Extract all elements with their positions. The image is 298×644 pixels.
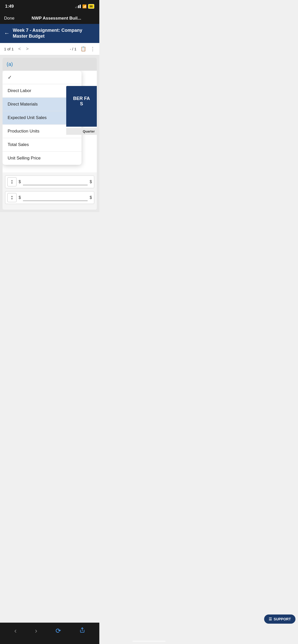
right-panel-header: BER FA S xyxy=(66,86,97,116)
section-label: (a) xyxy=(3,58,97,71)
dropdown-item-total-sales[interactable]: Total Sales xyxy=(3,138,82,152)
dropdown-item-unit-selling-price[interactable]: Unit Selling Price xyxy=(3,152,82,165)
right-panel-subtext: S xyxy=(73,101,90,107)
prev-page-button[interactable]: < xyxy=(17,45,23,53)
list-icon: 📋 xyxy=(80,46,86,52)
spinner-btn-1[interactable]: ▲ ▼ xyxy=(7,177,17,186)
page-indicator: 1 of 1 xyxy=(4,47,14,51)
status-time: 1:49 xyxy=(5,4,14,9)
signal-bar-4 xyxy=(80,5,81,8)
next-page-button[interactable]: > xyxy=(24,45,30,53)
input-field-2[interactable] xyxy=(23,194,88,201)
dollar-end-1: $ xyxy=(90,180,92,184)
doc-scroll-area: BER FA S Quarter ✓ Direct Labor xyxy=(3,71,97,210)
more-options-icon[interactable]: ⋮ xyxy=(90,46,95,52)
document-card: (a) BER FA S Quarter ✓ xyxy=(3,58,97,210)
signal-bar-2 xyxy=(77,6,78,8)
assignment-header: ← Week 7 - Assignment: Company Master Bu… xyxy=(0,24,99,43)
dollar-sign-1: $ xyxy=(19,180,21,184)
checkmark-icon: ✓ xyxy=(8,74,12,80)
status-icons: 📶 98 xyxy=(75,4,94,9)
page-count: - / 1 xyxy=(70,47,76,51)
dropdown-check-row: ✓ xyxy=(3,71,82,84)
doc-controls: 1 of 1 < > - / 1 📋 ⋮ xyxy=(0,43,99,55)
nav-title: NWP Assessment Buil... xyxy=(18,16,95,21)
signal-bar-1 xyxy=(75,7,76,8)
input-field-1[interactable] xyxy=(23,179,88,185)
right-panel-text: BER FA xyxy=(73,96,90,101)
assignment-title: Week 7 - Assignment: Company Master Budg… xyxy=(13,27,95,39)
spinner-btn-2[interactable]: ▲ ▼ xyxy=(7,193,17,202)
battery-indicator: 98 xyxy=(88,4,94,9)
right-panel-bar xyxy=(66,116,97,127)
input-row-1: ▲ ▼ $ $ xyxy=(5,175,94,188)
quarter-label: Quarter xyxy=(66,128,97,135)
signal-bar-3 xyxy=(78,5,79,8)
input-row-2: ▲ ▼ $ $ xyxy=(5,191,94,204)
status-bar: 1:49 📶 98 xyxy=(0,0,99,13)
signal-bars xyxy=(75,5,81,8)
back-button[interactable]: ← xyxy=(4,30,10,37)
dollar-end-2: $ xyxy=(90,195,92,200)
dollar-sign-2: $ xyxy=(19,195,21,200)
content-area: (a) BER FA S Quarter ✓ xyxy=(0,55,99,212)
wifi-icon: 📶 xyxy=(82,4,87,8)
nav-bar: Done NWP Assessment Buil... xyxy=(0,13,99,24)
done-button[interactable]: Done xyxy=(4,16,15,21)
